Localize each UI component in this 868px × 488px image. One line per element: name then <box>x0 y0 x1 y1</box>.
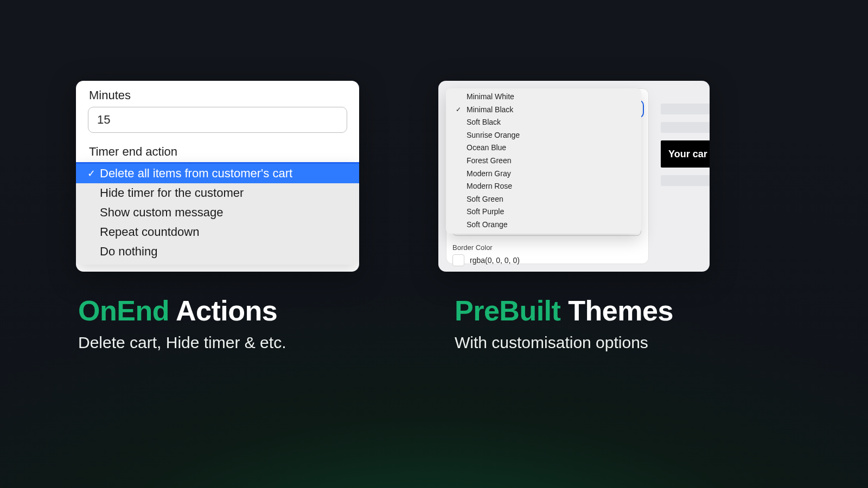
caption-prebuilt-subtitle: With customisation options <box>455 333 673 352</box>
cart-banner-preview: Your car <box>661 140 710 168</box>
option-label: Repeat countdown <box>100 225 199 239</box>
check-icon: ✓ <box>456 105 464 114</box>
color-swatch[interactable] <box>452 254 464 266</box>
theme-option[interactable]: Minimal White <box>446 91 641 104</box>
caption-prebuilt-title: PreBuilt Themes <box>455 296 673 326</box>
option-label: Show custom message <box>100 206 223 220</box>
theme-option[interactable]: Soft Green <box>446 193 641 206</box>
theme-option[interactable]: Soft Purple <box>446 206 641 219</box>
timer-end-action-label: Timer end action <box>89 145 347 159</box>
theme-option[interactable]: ✓Minimal Black <box>446 104 641 117</box>
option-label: Minimal Black <box>467 105 513 115</box>
option-label: Modern Gray <box>467 169 511 179</box>
theme-option[interactable]: Soft Black <box>446 116 641 129</box>
preview-skeleton-line <box>661 122 710 133</box>
theme-option[interactable]: Forest Green <box>446 155 641 168</box>
timer-end-option[interactable]: ✓Delete all items from customer's cart <box>76 164 359 183</box>
option-label: Modern Rose <box>467 181 512 192</box>
theme-settings-panel: Minimal White✓Minimal BlackSoft BlackSun… <box>438 81 710 272</box>
caption-rest: Actions <box>169 295 277 326</box>
option-label: Hide timer for the customer <box>100 186 244 200</box>
cart-banner-text: Your car <box>668 149 707 160</box>
option-label: Do nothing <box>100 245 157 259</box>
caption-onend: OnEnd Actions Delete cart, Hide timer & … <box>78 296 286 352</box>
option-label: Ocean Blue <box>467 143 506 153</box>
caption-onend-subtitle: Delete cart, Hide timer & etc. <box>78 333 286 352</box>
timer-end-option[interactable]: Hide timer for the customer <box>76 183 359 203</box>
option-label: Soft Black <box>467 117 501 128</box>
border-color-label: Border Color <box>452 243 493 252</box>
theme-option[interactable]: Soft Orange <box>446 219 641 232</box>
minutes-input[interactable] <box>88 107 347 133</box>
option-label: Delete all items from customer's cart <box>100 166 292 181</box>
check-icon: ✓ <box>86 168 97 179</box>
caption-accent: OnEnd <box>78 295 169 326</box>
border-color-field[interactable]: rgba(0, 0, 0, 0) <box>452 254 520 266</box>
caption-accent: PreBuilt <box>455 295 560 326</box>
timer-settings-panel: Minutes Timer end action ✓Delete all ite… <box>76 81 359 272</box>
theme-option[interactable]: Sunrise Orange <box>446 129 641 142</box>
option-label: Soft Purple <box>467 207 504 217</box>
border-color-value: rgba(0, 0, 0, 0) <box>470 256 520 265</box>
option-label: Soft Green <box>467 194 503 205</box>
timer-end-option[interactable]: Repeat countdown <box>76 222 359 242</box>
option-label: Soft Orange <box>467 220 508 230</box>
theme-option[interactable]: Modern Gray <box>446 168 641 181</box>
option-label: Forest Green <box>467 156 511 166</box>
minutes-label: Minutes <box>89 88 347 102</box>
caption-prebuilt: PreBuilt Themes With customisation optio… <box>455 296 673 352</box>
timer-end-option[interactable]: Show custom message <box>76 203 359 222</box>
caption-onend-title: OnEnd Actions <box>78 296 286 326</box>
option-label: Minimal White <box>467 92 514 102</box>
theme-option[interactable]: Ocean Blue <box>446 142 641 155</box>
timer-end-action-dropdown[interactable]: ✓Delete all items from customer's cartHi… <box>76 162 359 265</box>
preview-skeleton-line <box>661 175 710 186</box>
preview-pane: Your car <box>661 104 710 194</box>
theme-dropdown[interactable]: Minimal White✓Minimal BlackSoft BlackSun… <box>446 88 641 234</box>
caption-rest: Themes <box>560 295 673 326</box>
option-label: Sunrise Orange <box>467 130 520 141</box>
preview-skeleton-line <box>661 104 710 114</box>
theme-option[interactable]: Modern Rose <box>446 180 641 193</box>
timer-end-option[interactable]: Do nothing <box>76 242 359 261</box>
